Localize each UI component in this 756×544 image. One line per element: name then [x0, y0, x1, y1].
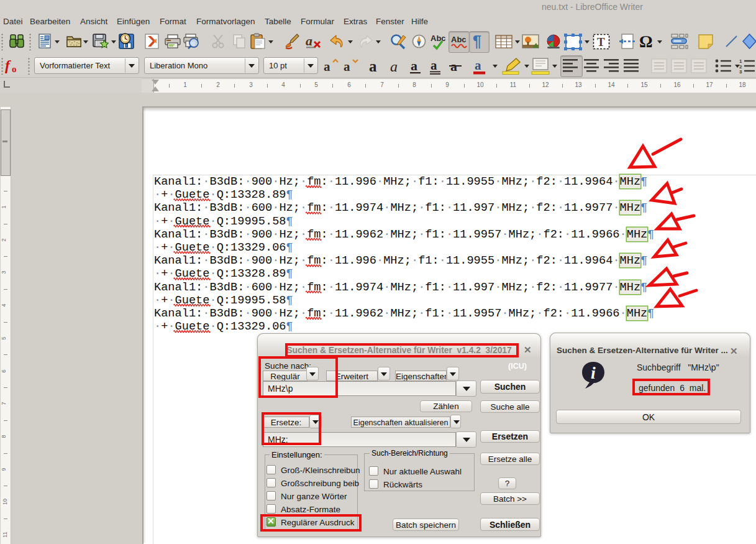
svg-text:i: i	[591, 363, 596, 382]
